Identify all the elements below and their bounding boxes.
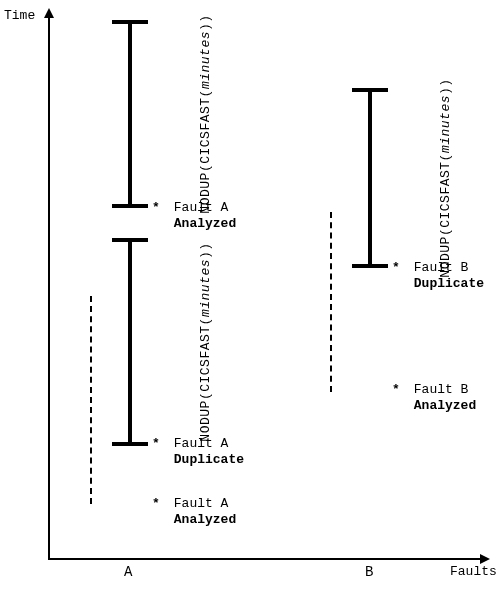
y-axis — [48, 10, 50, 558]
nodup-label-a-upper: NODUP(CICSFAST(minutes)) — [198, 12, 213, 215]
diagram-canvas: Time Faults A B NODUP(CICSFAST(minutes))… — [0, 0, 500, 594]
event-name: Fault B — [414, 260, 469, 275]
nodup-interval-a-lower: NODUP(CICSFAST(minutes)) — [112, 238, 148, 446]
event-status: Analyzed — [414, 398, 476, 413]
event-status: Analyzed — [174, 512, 236, 527]
x-tick-a: A — [124, 564, 132, 580]
y-axis-label: Time — [4, 8, 35, 23]
nodup-label-b: NODUP(CICSFAST(minutes)) — [438, 76, 453, 279]
nodup-dashed-a1 — [90, 296, 92, 504]
nodup-interval-a-upper: NODUP(CICSFAST(minutes)) — [112, 20, 148, 208]
nodup-label-a-lower: NODUP(CICSFAST(minutes)) — [198, 240, 213, 443]
event-b-analyzed: * Fault B Analyzed — [392, 382, 476, 415]
event-status: Duplicate — [414, 276, 484, 291]
asterisk-icon: * — [392, 260, 406, 275]
x-axis — [48, 558, 488, 560]
nodup-dashed-b1 — [330, 212, 332, 392]
event-name: Fault A — [174, 436, 229, 451]
asterisk-icon: * — [152, 436, 166, 451]
event-name: Fault A — [174, 200, 229, 215]
event-status: Analyzed — [174, 216, 236, 231]
asterisk-icon: * — [392, 382, 406, 397]
event-status: Duplicate — [174, 452, 244, 467]
event-b-duplicate: * Fault B Duplicate — [392, 260, 484, 293]
event-a-duplicate: * Fault A Duplicate — [152, 436, 244, 469]
x-axis-label: Faults — [450, 564, 497, 579]
asterisk-icon: * — [152, 200, 166, 215]
event-a-analyzed-2: * Fault A Analyzed — [152, 200, 236, 233]
asterisk-icon: * — [152, 496, 166, 511]
nodup-interval-b: NODUP(CICSFAST(minutes)) — [352, 88, 388, 268]
event-name: Fault A — [174, 496, 229, 511]
event-a-analyzed-1: * Fault A Analyzed — [152, 496, 236, 529]
x-tick-b: B — [365, 564, 373, 580]
event-name: Fault B — [414, 382, 469, 397]
